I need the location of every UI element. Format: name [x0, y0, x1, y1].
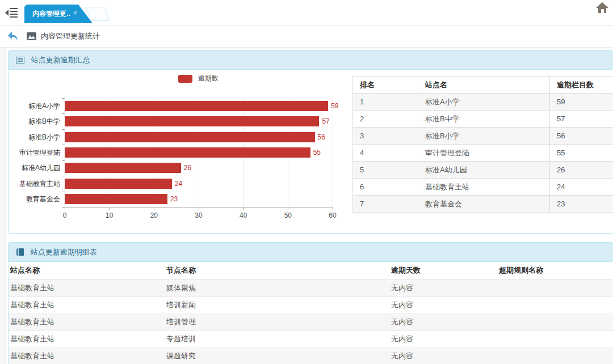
detail-table-row: 基础教育主站培训新闻无内容: [9, 297, 613, 314]
chart-value-label: 55: [313, 148, 321, 157]
chart-bar[interactable]: [65, 101, 328, 111]
rank-table-row: 4审计管理登陆55: [353, 145, 613, 162]
chart-bar[interactable]: [65, 194, 167, 204]
chart-value-label: 23: [170, 194, 178, 204]
panel-overdue-summary: 站点更新逾期汇总 逾期数 标准A小学59标准B中学57标准B小学56审计管理登陆…: [8, 50, 613, 234]
detail-table-cell: [497, 331, 613, 348]
detail-table-cell: 基础教育主站: [9, 314, 165, 331]
detail-table-cell: 基础教育主站: [9, 331, 165, 348]
chart-category-label: 标准B中学: [9, 117, 60, 126]
x-axis-tick-label: 20: [144, 211, 163, 219]
detail-table-cell: 课题研究: [165, 348, 389, 364]
rank-table-cell: 标准A幼儿园: [418, 162, 550, 179]
rank-table-cell: 5: [353, 162, 418, 179]
x-axis-tick: [333, 208, 333, 210]
tab-content-management[interactable]: 内容管理更.. ×: [24, 5, 93, 23]
detail-table-head-row: 站点名称节点名称逾期天数超期规则名称: [9, 262, 613, 280]
panel-header: 站点更新逾期明细表: [9, 243, 613, 262]
collapsed-sidebar-strip: [0, 48, 6, 364]
x-axis-tick: [110, 208, 110, 210]
rank-table-header: 排名: [353, 77, 418, 94]
chart-category-label: 审计管理登陆: [9, 148, 60, 157]
chart-category-label: 基础教育主站: [9, 179, 60, 188]
collapse-sidebar-icon[interactable]: [5, 7, 19, 18]
back-arrow-icon[interactable]: [7, 31, 19, 41]
rank-table-cell: 教育基金会: [418, 196, 550, 213]
chart-value-label: 57: [322, 117, 329, 126]
rank-table-header: 站点名: [418, 77, 550, 94]
rank-table-cell: 基础教育主站: [418, 179, 550, 196]
rank-table-cell: 23: [550, 196, 613, 213]
tab-close-icon[interactable]: ×: [73, 5, 77, 22]
chart-bar[interactable]: [65, 147, 310, 158]
rank-table-row: 3标准B小学56: [353, 128, 613, 145]
rank-table-cell: 4: [353, 145, 418, 162]
detail-table-header: 逾期天数: [389, 262, 497, 280]
chart-value-label: 59: [331, 101, 338, 111]
detail-table-cell: 基础教育主站: [9, 280, 165, 297]
detail-table-cell: [497, 348, 613, 364]
rank-table-row: 6基础教育主站24: [353, 179, 613, 196]
home-icon[interactable]: [596, 2, 613, 14]
rank-table-cell: 26: [550, 162, 613, 179]
rank-table-row: 7教育基金会23: [353, 196, 613, 213]
rank-table-cell: 57: [550, 111, 613, 128]
detail-table-cell: 培训新闻: [165, 297, 389, 314]
rank-table: 排名站点名逾期栏目数 1标准A小学592标准B中学573标准B小学564审计管理…: [352, 76, 613, 213]
rank-table-cell: 7: [353, 196, 418, 213]
panel-body: 逾期数 标准A小学59标准B中学57标准B小学56审计管理登陆55标准A幼儿园2…: [9, 70, 613, 233]
tab-bar: 内容管理更.. ×: [0, 0, 613, 26]
y-axis-tick: [62, 176, 65, 176]
panel-overdue-detail: 站点更新逾期明细表 站点名称节点名称逾期天数超期规则名称 基础教育主站媒体聚焦无…: [8, 242, 613, 364]
detail-table-cell: 专题培训: [165, 331, 389, 348]
page-title: 内容管理更新统计: [41, 26, 100, 47]
detail-table-row: 基础教育主站培训管理无内容: [9, 314, 613, 331]
rank-table-row: 5标准A幼儿园26: [353, 162, 613, 179]
divider: [22, 0, 22, 25]
legend-swatch: [178, 75, 192, 83]
detail-table-cell: 无内容: [389, 297, 497, 314]
panel-header: 站点更新逾期汇总: [9, 50, 613, 70]
chart-value-label: 24: [175, 179, 182, 188]
detail-table-cell: 基础教育主站: [9, 348, 165, 364]
detail-table-row: 基础教育主站专题培训无内容: [9, 331, 613, 348]
book-icon: [16, 244, 24, 263]
chart-category-label: 标准A小学: [9, 101, 60, 111]
x-axis-tick-label: 30: [189, 211, 208, 219]
chart-bar[interactable]: [65, 116, 319, 126]
divider: [23, 30, 23, 43]
rank-table-cell: 24: [550, 179, 613, 196]
chart-gridline: [333, 97, 333, 207]
tab-label: 内容管理更..: [32, 5, 70, 23]
y-axis-tick: [62, 145, 65, 145]
chart-value-label: 56: [318, 133, 325, 142]
x-axis-tick-label: 60: [323, 211, 342, 219]
chart-bar[interactable]: [65, 132, 315, 142]
chart-category-label: 标准A幼儿园: [9, 163, 60, 172]
toolbar: 内容管理更新统计: [0, 26, 613, 48]
chart-bar[interactable]: [65, 163, 181, 173]
rank-table-wrap: 排名站点名逾期栏目数 1标准A小学592标准B中学573标准B小学564审计管理…: [352, 76, 613, 213]
legend-label: 逾期数: [198, 74, 219, 83]
detail-table-cell: 无内容: [389, 280, 497, 297]
chart-legend[interactable]: 逾期数: [178, 74, 219, 82]
detail-table-cell: 无内容: [389, 331, 497, 348]
chart-page-icon: [27, 32, 36, 40]
rank-table-cell: 标准A小学: [418, 94, 550, 111]
detail-table-cell: 基础教育主站: [9, 297, 165, 314]
chart-category-label: 教育基金会: [9, 194, 60, 204]
rank-table-cell: 3: [353, 128, 418, 145]
detail-table: 站点名称节点名称逾期天数超期规则名称 基础教育主站媒体聚焦无内容基础教育主站培训…: [9, 262, 613, 364]
x-axis-tick-label: 50: [278, 211, 297, 219]
panel-body: 站点名称节点名称逾期天数超期规则名称 基础教育主站媒体聚焦无内容基础教育主站培训…: [9, 262, 613, 364]
y-axis-tick: [62, 129, 65, 130]
chart-category-label: 标准B小学: [9, 133, 60, 142]
rank-table-cell: 59: [550, 94, 613, 111]
x-axis-tick: [288, 208, 288, 210]
rank-table-row: 2标准B中学57: [353, 111, 613, 128]
x-axis-tick: [65, 208, 65, 210]
detail-table-cell: [497, 297, 613, 314]
x-axis-tick: [243, 208, 244, 210]
y-axis-tick: [62, 192, 65, 192]
chart-bar[interactable]: [65, 179, 172, 189]
